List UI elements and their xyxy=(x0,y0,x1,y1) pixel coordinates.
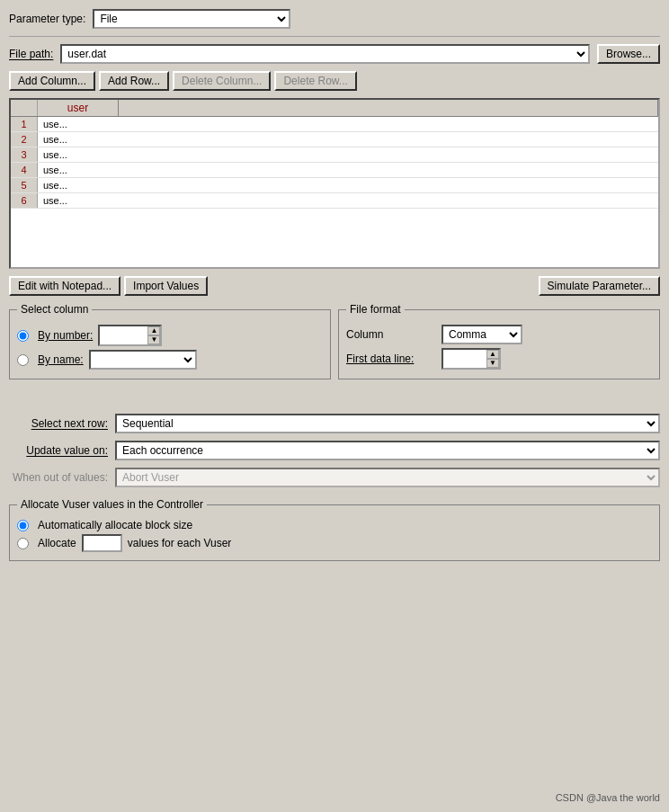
select-column-legend: Select column xyxy=(17,303,92,316)
allocate-input[interactable]: 2 xyxy=(82,534,122,552)
col-user-header: user xyxy=(38,100,119,116)
column-format-label: Column xyxy=(346,328,436,341)
data-table: user 1 use... 2 use... 3 use... 4 use...… xyxy=(9,98,660,269)
by-name-row: By name: xyxy=(17,350,323,370)
delete-column-button[interactable]: Delete Column... xyxy=(173,71,271,91)
when-out-of-values-label: When out of values: xyxy=(9,471,108,484)
auto-allocate-label: Automatically allocate block size xyxy=(38,519,192,531)
select-next-row-label: Select next row: xyxy=(9,417,108,430)
panels-row: Select column By number: 1 ▲ ▼ By name: xyxy=(9,303,660,379)
first-data-line-down[interactable]: ▼ xyxy=(486,359,499,368)
update-value-on-label: Update value on: xyxy=(9,444,108,457)
first-data-line-input[interactable]: 1 xyxy=(442,348,486,370)
first-data-line-label: First data line: xyxy=(346,352,436,365)
file-path-label: File path: xyxy=(9,48,53,60)
table-row[interactable]: 2 use... xyxy=(11,132,658,147)
param-type-select[interactable]: FileDate/TimeRandom NumberUnique NumberU… xyxy=(93,9,290,29)
select-column-panel: Select column By number: 1 ▲ ▼ By name: xyxy=(9,303,331,379)
file-path-select[interactable]: user.dat xyxy=(60,44,590,64)
param-type-label: Parameter type: xyxy=(9,13,85,25)
vuser-legend: Allocate Vuser values in the Controller xyxy=(17,498,207,511)
when-out-of-values-select[interactable]: Abort VuserContinue in a cyclic mannerCo… xyxy=(115,468,660,487)
update-value-on-row: Update value on: Each occurrenceEach ite… xyxy=(9,441,660,460)
by-number-label: By number: xyxy=(38,329,93,342)
auto-allocate-row: Automatically allocate block size xyxy=(17,519,652,531)
file-path-row: File path: user.dat Browse... xyxy=(9,44,660,64)
table-header: user xyxy=(11,100,658,117)
table-row[interactable]: 3 use... xyxy=(11,147,658,163)
allocate-radio[interactable] xyxy=(17,538,29,549)
edit-notepad-button[interactable]: Edit with Notepad... xyxy=(9,276,120,296)
by-number-radio[interactable] xyxy=(17,330,29,342)
by-number-up[interactable]: ▲ xyxy=(147,326,160,335)
column-format-row: Column CommaTabSpaceOther xyxy=(346,325,652,344)
auto-allocate-radio[interactable] xyxy=(17,520,29,531)
by-name-label: By name: xyxy=(38,353,84,366)
main-container: Parameter type: FileDate/TimeRandom Numb… xyxy=(0,0,669,812)
simulate-parameter-button[interactable]: Simulate Parameter... xyxy=(539,276,660,296)
first-data-line-row: First data line: 1 ▲ ▼ xyxy=(346,348,652,370)
browse-button[interactable]: Browse... xyxy=(597,44,660,64)
allocate-label: Allocate xyxy=(38,537,76,549)
select-next-row-select[interactable]: SequentialRandomUniqueSame Line as xyxy=(115,414,660,433)
table-row[interactable]: 6 use... xyxy=(11,193,658,209)
table-body[interactable]: 1 use... 2 use... 3 use... 4 use... 5 us… xyxy=(11,117,658,267)
toolbar-row: Add Column... Add Row... Delete Column..… xyxy=(9,71,660,91)
allocate-row: Allocate 2 values for each Vuser xyxy=(17,534,652,552)
first-data-line-spinner[interactable]: 1 ▲ ▼ xyxy=(442,348,501,370)
file-format-panel: File format Column CommaTabSpaceOther Fi… xyxy=(338,303,660,379)
vuser-fieldset: Allocate Vuser values in the Controller … xyxy=(9,498,660,561)
by-number-down[interactable]: ▼ xyxy=(147,335,160,344)
by-name-select[interactable] xyxy=(89,350,197,370)
add-row-button[interactable]: Add Row... xyxy=(99,71,169,91)
by-name-radio[interactable] xyxy=(17,354,29,366)
bottom-section: Select next row: SequentialRandomUniqueS… xyxy=(9,414,660,561)
first-data-line-up[interactable]: ▲ xyxy=(486,350,499,359)
file-format-legend: File format xyxy=(346,303,405,316)
table-row[interactable]: 1 use... xyxy=(11,117,658,132)
table-row[interactable]: 4 use... xyxy=(11,163,658,178)
allocate-suffix: values for each Vuser xyxy=(128,537,232,549)
import-values-button[interactable]: Import Values xyxy=(124,276,208,296)
by-number-input[interactable]: 1 xyxy=(98,325,147,346)
watermark: CSDN @Java the world xyxy=(9,783,660,803)
update-value-on-select[interactable]: Each occurrenceEach iterationOnce xyxy=(115,441,660,460)
table-row[interactable]: 5 use... xyxy=(11,178,658,193)
by-number-row: By number: 1 ▲ ▼ xyxy=(17,325,323,346)
action-row: Edit with Notepad... Import Values Simul… xyxy=(9,276,660,296)
when-out-of-values-row: When out of values: Abort VuserContinue … xyxy=(9,468,660,487)
param-type-row: Parameter type: FileDate/TimeRandom Numb… xyxy=(9,9,660,37)
delete-row-button[interactable]: Delete Row... xyxy=(274,71,356,91)
add-column-button[interactable]: Add Column... xyxy=(9,71,95,91)
column-format-select[interactable]: CommaTabSpaceOther xyxy=(442,325,522,344)
by-number-spinner[interactable]: 1 ▲ ▼ xyxy=(98,325,162,346)
select-next-row-row: Select next row: SequentialRandomUniqueS… xyxy=(9,414,660,433)
